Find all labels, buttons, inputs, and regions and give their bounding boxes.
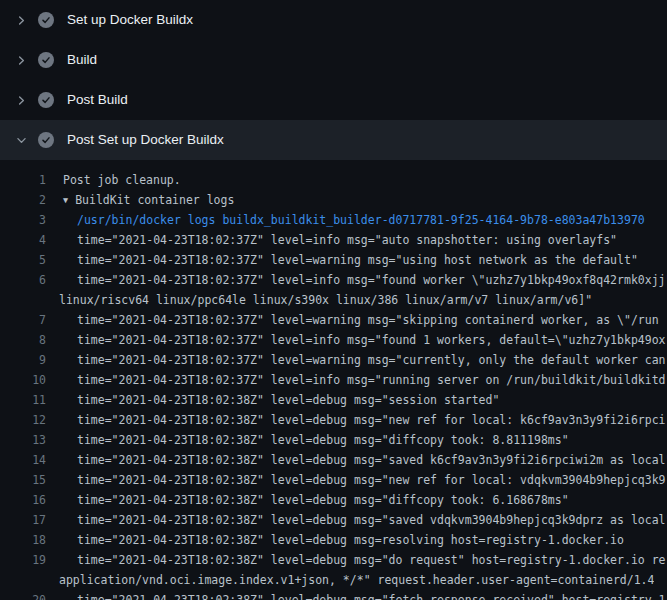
log-line-text: time="2021-04-23T18:02:37Z" level=warnin… (77, 253, 638, 267)
check-circle-icon (38, 132, 54, 148)
step-label: Build (67, 52, 97, 68)
log-line-number[interactable]: 17 (0, 510, 46, 530)
log-line-text: time="2021-04-23T18:02:38Z" level=debug … (77, 433, 569, 447)
log-line: 20 time="2021-04-23T18:02:38Z" level=deb… (0, 590, 667, 600)
log-line: 6 time="2021-04-23T18:02:37Z" level=info… (0, 270, 667, 290)
log-line-text: time="2021-04-23T18:02:38Z" level=debug … (77, 393, 499, 407)
log-line-number[interactable]: 19 (0, 550, 46, 570)
log-line: 18 time="2021-04-23T18:02:38Z" level=deb… (0, 530, 667, 550)
step-label: Post Set up Docker Buildx (67, 132, 224, 148)
log-line: 8 time="2021-04-23T18:02:37Z" level=info… (0, 330, 667, 350)
log-line-number[interactable]: 1 (0, 170, 46, 190)
chevron-right-icon (13, 52, 29, 68)
log-line-number[interactable]: 12 (0, 410, 46, 430)
log-line-number[interactable]: 4 (0, 230, 46, 250)
log-line: 15 time="2021-04-23T18:02:38Z" level=deb… (0, 470, 667, 490)
log-line-text: application/vnd.oci.image.index.v1+json,… (59, 573, 654, 587)
log-line-number[interactable]: 20 (0, 590, 46, 600)
log-line: 12 time="2021-04-23T18:02:38Z" level=deb… (0, 410, 667, 430)
chevron-right-icon (13, 12, 29, 28)
log-line: 19 time="2021-04-23T18:02:38Z" level=deb… (0, 550, 667, 570)
log-line-number[interactable]: 16 (0, 490, 46, 510)
log-line-text: time="2021-04-23T18:02:38Z" level=debug … (77, 533, 624, 547)
log-line: 9 time="2021-04-23T18:02:37Z" level=warn… (0, 350, 667, 370)
log-line: 13 time="2021-04-23T18:02:38Z" level=deb… (0, 430, 667, 450)
step-row-post-set-up-docker-buildx[interactable]: Post Set up Docker Buildx (0, 120, 667, 160)
step-label: Set up Docker Buildx (67, 12, 193, 28)
log-line-text: time="2021-04-23T18:02:37Z" level=info m… (77, 373, 666, 387)
log-line-text: time="2021-04-23T18:02:38Z" level=debug … (77, 513, 667, 527)
log-line: linux/riscv64 linux/ppc64le linux/s390x … (0, 290, 667, 310)
log-line-number[interactable]: 7 (0, 310, 46, 330)
log-line-text: time="2021-04-23T18:02:37Z" level=warnin… (77, 353, 666, 367)
log-line: 4 time="2021-04-23T18:02:37Z" level=info… (0, 230, 667, 250)
chevron-down-icon (13, 132, 29, 148)
log-line-text: time="2021-04-23T18:02:38Z" level=debug … (77, 413, 666, 427)
log-line-number[interactable]: 6 (0, 270, 46, 290)
log-line-number[interactable]: 8 (0, 330, 46, 350)
log-line-text: Post job cleanup. (63, 173, 181, 187)
log-line-number[interactable]: 2 (0, 190, 46, 210)
log-line-text: /usr/bin/docker logs buildx_buildkit_bui… (77, 213, 645, 227)
log-line: 2 ▼BuildKit container logs (0, 190, 667, 210)
log-line-text: time="2021-04-23T18:02:38Z" level=debug … (77, 593, 666, 600)
log-line-text: time="2021-04-23T18:02:37Z" level=warnin… (77, 313, 659, 327)
log-line-number[interactable]: 11 (0, 390, 46, 410)
log-line-number[interactable]: 14 (0, 450, 46, 470)
check-circle-icon (38, 52, 54, 68)
log-line: 7 time="2021-04-23T18:02:37Z" level=warn… (0, 310, 667, 330)
log-line: 17 time="2021-04-23T18:02:38Z" level=deb… (0, 510, 667, 530)
log-line: 14 time="2021-04-23T18:02:38Z" level=deb… (0, 450, 667, 470)
check-circle-icon (38, 92, 54, 108)
log-line-number[interactable] (0, 570, 46, 590)
log-line-text: time="2021-04-23T18:02:38Z" level=debug … (77, 453, 667, 467)
steps-list: Set up Docker Buildx Build Post Build (0, 0, 667, 160)
log-line: 16 time="2021-04-23T18:02:38Z" level=deb… (0, 490, 667, 510)
check-circle-icon (38, 12, 54, 28)
triangle-down-icon: ▼ (63, 190, 68, 210)
step-label: Post Build (67, 92, 128, 108)
log-line-number[interactable]: 9 (0, 350, 46, 370)
log-line-text: time="2021-04-23T18:02:37Z" level=info m… (77, 333, 666, 347)
log-line-number[interactable]: 18 (0, 530, 46, 550)
log-line-text: linux/riscv64 linux/ppc64le linux/s390x … (59, 293, 592, 307)
log-line-text: time="2021-04-23T18:02:38Z" level=debug … (77, 493, 569, 507)
log-line-text: time="2021-04-23T18:02:37Z" level=info m… (77, 233, 617, 247)
log-viewer: 1 Post job cleanup. 2 ▼BuildKit containe… (0, 160, 667, 600)
log-line: 3 /usr/bin/docker logs buildx_buildkit_b… (0, 210, 667, 230)
log-line-number[interactable]: 15 (0, 470, 46, 490)
log-line: 10 time="2021-04-23T18:02:37Z" level=inf… (0, 370, 667, 390)
log-line: 5 time="2021-04-23T18:02:37Z" level=warn… (0, 250, 667, 270)
log-line-text: time="2021-04-23T18:02:38Z" level=debug … (77, 553, 666, 567)
log-line-number[interactable]: 10 (0, 370, 46, 390)
log-line-number[interactable]: 13 (0, 430, 46, 450)
log-line: 1 Post job cleanup. (0, 170, 667, 190)
log-line-text: time="2021-04-23T18:02:38Z" level=debug … (77, 473, 666, 487)
step-row-set-up-docker-buildx[interactable]: Set up Docker Buildx (0, 0, 667, 40)
step-row-post-build[interactable]: Post Build (0, 80, 667, 120)
chevron-right-icon (13, 92, 29, 108)
log-line-number[interactable] (0, 290, 46, 310)
log-line: 11 time="2021-04-23T18:02:38Z" level=deb… (0, 390, 667, 410)
log-line: application/vnd.oci.image.index.v1+json,… (0, 570, 667, 590)
log-line-text: BuildKit container logs (75, 193, 234, 207)
step-row-build[interactable]: Build (0, 40, 667, 80)
log-line-number[interactable]: 3 (0, 210, 46, 230)
log-line-text: time="2021-04-23T18:02:37Z" level=info m… (77, 273, 667, 287)
log-line-number[interactable]: 5 (0, 250, 46, 270)
